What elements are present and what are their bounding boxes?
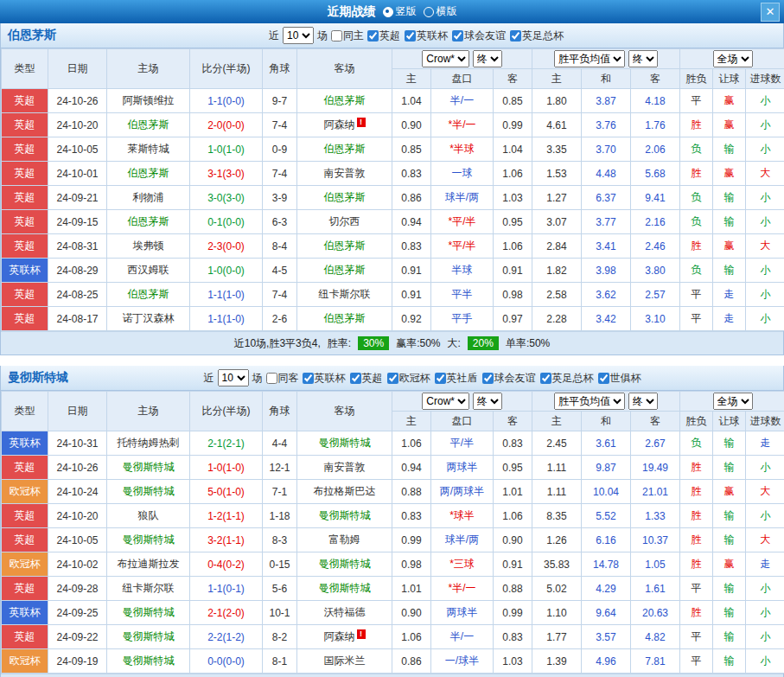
section-man-city: 曼彻斯特城 近 10 场 同客 英联杯英超欧冠杯英社盾球会友谊英足总杯世俱杯 类…: [0, 366, 784, 677]
layout-vertical-option[interactable]: 竖版: [383, 4, 417, 19]
col-corner: 角球: [263, 49, 297, 89]
league-checkbox[interactable]: [435, 373, 446, 384]
away-team-cell: 曼彻斯特城: [297, 552, 392, 577]
league-checkbox[interactable]: [350, 373, 361, 384]
europe-final-select[interactable]: 终: [628, 50, 658, 67]
summary-text: 赢率:50%: [396, 336, 440, 351]
league-filter[interactable]: 英超: [367, 29, 400, 43]
bookmaker-select[interactable]: Crow*: [422, 393, 469, 410]
euro-away-odds-cell: 2.67: [631, 431, 680, 456]
corner-cell: 7-4: [263, 162, 297, 186]
layout-horizontal-option[interactable]: 横版: [424, 4, 457, 19]
league-checkbox[interactable]: [598, 373, 609, 384]
match-count-select[interactable]: 10: [218, 369, 249, 386]
summary-text: 单率:50%: [506, 336, 550, 351]
bookmaker-select[interactable]: Crow*: [422, 50, 469, 67]
goals-result-cell: 小: [746, 307, 784, 331]
asian-home-odds-cell: 1.06: [392, 625, 431, 649]
euro-draw-odds-cell: 9.87: [582, 456, 631, 480]
europe-odds-select[interactable]: 胜平负均值: [554, 50, 625, 67]
league-filter[interactable]: 欧冠杯: [387, 371, 430, 386]
same-venue-filter[interactable]: 同客: [266, 371, 299, 386]
europe-final-select[interactable]: 终: [628, 393, 658, 410]
score-cell: 5-0(1-0): [190, 480, 263, 504]
away-team-cell: 南安普敦: [297, 456, 392, 480]
asian-away-odds-cell: 0.91: [494, 259, 532, 283]
euro-away-odds-cell: 3.10: [631, 307, 680, 331]
same-venue-checkbox[interactable]: [266, 373, 277, 384]
league-filter[interactable]: 世俱杯: [598, 371, 641, 386]
league-filter[interactable]: 英联杯: [303, 371, 346, 386]
league-label: 英足总杯: [552, 371, 594, 386]
asian-final-select[interactable]: 终: [473, 50, 502, 67]
asian-home-odds-cell: 0.98: [392, 552, 431, 577]
league-filters: 英联杯英超欧冠杯英社盾球会友谊英足总杯世俱杯: [303, 371, 641, 386]
league-checkbox[interactable]: [405, 30, 416, 42]
date-cell: 24-08-25: [48, 283, 107, 307]
near-label: 近: [269, 29, 279, 43]
col-home: 主场: [107, 392, 190, 431]
europe-odds-select[interactable]: 胜平负均值: [554, 393, 625, 410]
league-checkbox[interactable]: [510, 30, 521, 42]
asian-away-odds-cell: 0.99: [494, 113, 532, 137]
league-filter[interactable]: 英足总杯: [510, 29, 564, 43]
match-count-select[interactable]: 10: [283, 27, 314, 44]
asian-final-select[interactable]: 终: [473, 393, 502, 410]
col-away: 客场: [297, 392, 392, 431]
same-venue-checkbox[interactable]: [331, 30, 342, 42]
away-team-cell: 伯恩茅斯: [297, 307, 392, 331]
league-checkbox[interactable]: [540, 373, 551, 384]
corner-cell: 5-6: [263, 577, 297, 601]
corner-cell: 0-9: [263, 137, 297, 162]
league-type-cell: 英超: [2, 137, 48, 162]
league-filter[interactable]: 英超: [350, 371, 383, 386]
score-cell: 3-2(1-1): [190, 528, 263, 552]
section-bournemouth: 伯恩茅斯 近 10 场 同主 英超英联杯球会友谊英足总杯 类型 日期 主场 比分…: [0, 23, 784, 355]
league-type-cell: 英超: [2, 577, 48, 601]
asian-home-odds-cell: 0.91: [392, 259, 431, 283]
away-team-cell: 沃特福德: [297, 601, 392, 625]
league-checkbox[interactable]: [387, 373, 398, 384]
away-team-cell: 曼彻斯特城: [297, 431, 392, 456]
score-cell: 3-0(3-0): [190, 186, 263, 210]
handicap-result-cell: 走: [713, 307, 746, 331]
league-filter[interactable]: 球会友谊: [482, 371, 536, 386]
euro-home-odds-cell: 1.10: [532, 601, 582, 625]
handicap-cell: *三球: [431, 552, 494, 577]
league-filter[interactable]: 英社盾: [435, 371, 478, 386]
euro-home-odds-cell: 2.45: [532, 431, 582, 456]
table-header: 类型 日期 主场 比分(半场) 角球 客场 Crow* 终 胜平负均值 终 全场: [2, 49, 784, 89]
league-checkbox[interactable]: [367, 30, 379, 42]
same-venue-filter[interactable]: 同主: [331, 29, 364, 43]
handicap-cell: 两/两球半: [431, 480, 494, 504]
scope-select[interactable]: 全场: [713, 50, 753, 67]
close-icon[interactable]: ✕: [761, 3, 780, 22]
col-result: 胜负: [680, 69, 713, 89]
radio-unselected-icon[interactable]: [424, 7, 434, 17]
team-name: 曼彻斯特城: [8, 370, 68, 386]
goals-result-cell: 小: [746, 456, 784, 480]
radio-selected-icon[interactable]: [383, 7, 393, 17]
league-filter[interactable]: 英足总杯: [540, 371, 594, 386]
euro-home-odds-cell: 2.84: [532, 234, 582, 259]
handicap-result-cell: 赢: [713, 480, 746, 504]
euro-home-odds-cell: 1.26: [532, 528, 582, 552]
result-cell: 平: [680, 649, 713, 674]
asian-away-odds-cell: 1.06: [494, 504, 532, 528]
scope-select[interactable]: 全场: [713, 393, 753, 410]
goals-result-cell: 小: [746, 113, 784, 137]
layout-horizontal-label: 横版: [437, 4, 457, 19]
result-cell: 平: [680, 89, 713, 113]
league-checkbox[interactable]: [452, 30, 463, 42]
asian-home-odds-cell: 0.90: [392, 113, 431, 137]
summary-text: 近10场,胜3平3负4,: [234, 336, 321, 351]
league-checkbox[interactable]: [482, 373, 494, 384]
league-type-cell: 欧冠杯: [2, 649, 48, 674]
league-checkbox[interactable]: [303, 373, 314, 384]
league-type-cell: 欧冠杯: [2, 552, 48, 577]
handicap-cell: 半/一: [431, 625, 494, 649]
league-filter[interactable]: 英联杯: [405, 29, 448, 43]
euro-home-odds-cell: 1.82: [532, 259, 582, 283]
asian-away-odds-cell: 0.95: [494, 210, 532, 234]
league-filter[interactable]: 球会友谊: [452, 29, 506, 43]
